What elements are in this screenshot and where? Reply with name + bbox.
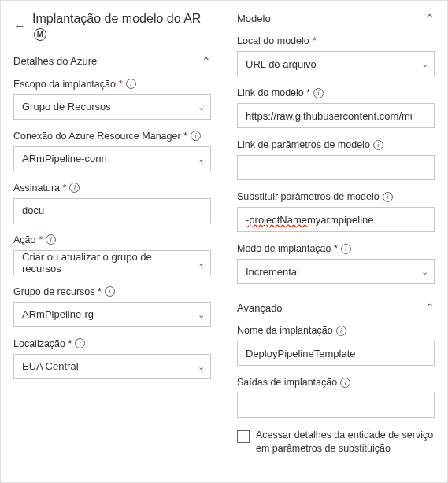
arm-connection-label: Conexão do Azure Resource Manager * [13, 131, 187, 142]
info-icon[interactable]: i [69, 183, 80, 193]
page-title-text: Implantação de modelo do AR [32, 12, 201, 25]
info-icon[interactable]: i [341, 244, 351, 254]
param-link-label: Link de parâmetros de modelo [237, 139, 370, 150]
scope-select[interactable]: Grupo de Recursos [13, 94, 211, 120]
section-template-label: Modelo [237, 13, 271, 24]
right-panel: Modelo ⌃ Local do modelo * URL do arquiv… [224, 0, 448, 483]
info-icon[interactable]: i [313, 88, 324, 98]
page-title: Implantação de modelo do ARM [32, 12, 211, 41]
template-location-label: Local do modelo [237, 35, 309, 46]
action-select[interactable]: Criar ou atualizar o grupo de recursos [13, 250, 211, 275]
info-icon[interactable]: i [373, 140, 383, 150]
chevron-up-icon: ⌃ [425, 301, 435, 314]
resource-group-label: Grupo de recursos * [13, 286, 102, 297]
deployment-name-input[interactable] [237, 341, 435, 366]
access-spn-label: Acessar detalhes da entidade de serviço … [256, 429, 435, 455]
section-azure-details[interactable]: Detalhes do Azure ⌃ [13, 55, 211, 68]
info-icon[interactable]: i [191, 131, 201, 141]
section-advanced-label: Avançado [237, 302, 283, 314]
title-badge: M [34, 28, 46, 41]
subscription-label: Assinatura * [13, 183, 66, 194]
chevron-up-icon: ⌃ [425, 12, 435, 24]
info-icon[interactable]: i [126, 79, 136, 89]
deploy-mode-label: Modo de implantação * [237, 243, 338, 254]
resource-group-select[interactable]: ARmPipeline-rg [13, 302, 211, 327]
param-link-input[interactable] [237, 155, 435, 180]
info-icon[interactable]: i [340, 378, 350, 388]
info-icon[interactable]: i [75, 338, 85, 348]
required-icon: * [39, 234, 43, 245]
override-params-input[interactable]: -projectName myarmpipeline [237, 207, 435, 232]
info-icon[interactable]: i [46, 234, 56, 245]
template-link-input[interactable] [237, 103, 435, 128]
section-template[interactable]: Modelo ⌃ [237, 12, 435, 24]
deploy-mode-select[interactable]: Incremental [237, 259, 435, 284]
section-azure-details-label: Detalhes do Azure [13, 55, 97, 67]
chevron-up-icon: ⌃ [202, 55, 211, 68]
info-icon[interactable]: i [383, 192, 393, 202]
outputs-input[interactable] [237, 393, 435, 418]
info-icon[interactable]: i [105, 286, 115, 297]
info-icon[interactable]: i [336, 326, 346, 336]
required-icon: * [313, 35, 317, 46]
scope-label: Escopo da implantação [13, 79, 116, 90]
action-label: Ação [13, 234, 36, 245]
template-link-label: Link do modelo * [237, 87, 310, 98]
outputs-label: Saídas de implantação [237, 377, 337, 388]
left-panel: ← Implantação de modelo do ARM Detalhes … [0, 0, 224, 483]
location-select[interactable]: EUA Central [13, 354, 211, 379]
template-location-select[interactable]: URL do arquivo [237, 51, 435, 76]
override-params-label: Substituir parâmetros de modelo [237, 191, 380, 202]
section-advanced[interactable]: Avançado ⌃ [237, 301, 435, 314]
required-icon: * [119, 79, 123, 90]
back-arrow-icon[interactable]: ← [13, 20, 26, 32]
deployment-name-label: Nome da implantação [237, 325, 333, 336]
access-spn-checkbox[interactable] [237, 430, 250, 443]
location-label: Localização * [13, 338, 72, 349]
arm-connection-select[interactable]: ARmPipeline-conn [13, 146, 211, 171]
subscription-input[interactable] [13, 198, 211, 223]
